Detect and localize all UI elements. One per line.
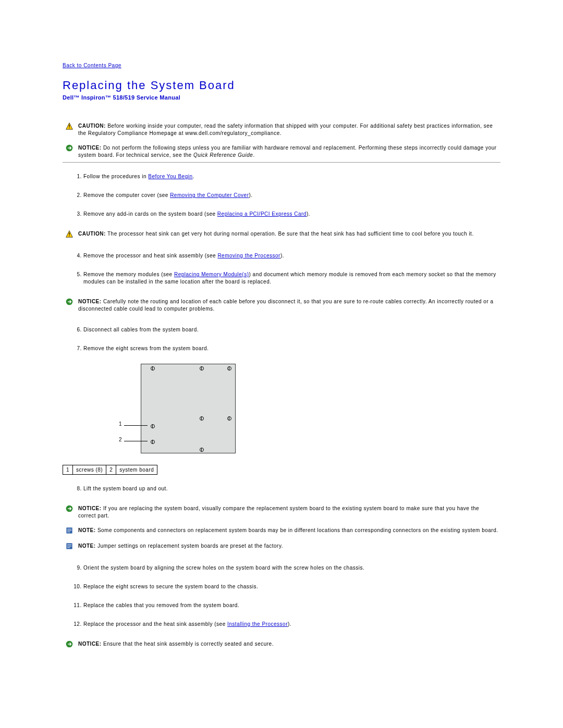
step-3: Remove any add-in cards on the system bo… (83, 211, 500, 218)
notice-icon (66, 640, 73, 648)
note-icon (66, 527, 73, 534)
note-icon (66, 542, 73, 550)
step-7: Remove the eight screws from the system … (83, 345, 500, 352)
notice-4: NOTICE: Ensure that the heat sink assemb… (76, 639, 500, 652)
notice-icon (66, 298, 73, 305)
manual-subtitle: Dell™ Inspiron™ 518/519 Service Manual (63, 94, 500, 101)
replacing-memory-link[interactable]: Replacing Memory Module(s) (174, 272, 249, 277)
step-12: Replace the processor and the heat sink … (83, 621, 500, 628)
caution-2: CAUTION: The processor heat sink can get… (76, 229, 500, 242)
step-1: Follow the procedures in Before You Begi… (83, 173, 500, 180)
notice-icon (66, 144, 73, 152)
note-1: NOTE: Some components and connectors on … (76, 526, 500, 538)
svg-rect-6 (69, 236, 69, 236)
step-10: Replace the eight screws to secure the s… (83, 583, 500, 590)
step-5: Remove the memory modules (see Replacing… (83, 271, 500, 286)
svg-rect-5 (69, 232, 69, 235)
notice-2: NOTICE: Carefully note the routing and l… (76, 297, 500, 316)
system-board-diagram: 1 2 (94, 364, 261, 458)
svg-rect-1 (69, 125, 69, 127)
replacing-pci-link[interactable]: Replacing a PCI/PCI Express Card (217, 211, 307, 217)
installing-processor-link[interactable]: Installing the Processor (227, 621, 288, 627)
caution-icon (66, 122, 73, 130)
step-8: Lift the system board up and out. (83, 485, 500, 492)
step-9: Orient the system board by aligning the … (83, 564, 500, 572)
back-to-contents-link[interactable]: Back to Contents Page (63, 63, 121, 68)
diagram-callout-1: 1 (119, 421, 122, 427)
step-2: Remove the computer cover (see Removing … (83, 192, 500, 199)
removing-processor-link[interactable]: Removing the Processor (217, 253, 280, 258)
caution-icon (66, 230, 73, 238)
step-4: Remove the processor and heat sink assem… (83, 252, 500, 260)
step-11: Replace the cables that you removed from… (83, 602, 500, 609)
diagram-callout-2: 2 (119, 437, 122, 442)
notice-icon (66, 505, 73, 512)
diagram-legend: 1 screws (8) 2 system board (63, 465, 157, 475)
notice-1: NOTICE: Do not perform the following ste… (76, 143, 500, 163)
step-6: Disconnect all cables from the system bo… (83, 326, 500, 334)
before-you-begin-link[interactable]: Before You Begin (148, 174, 192, 179)
caution-1: CAUTION: Before working inside your comp… (76, 121, 500, 140)
svg-rect-2 (69, 128, 69, 128)
note-2: NOTE: Jumper settings on replacement sys… (76, 541, 500, 554)
page-title: Replacing the System Board (63, 79, 500, 92)
removing-cover-link[interactable]: Removing the Computer Cover (170, 192, 249, 198)
notice-3: NOTICE: If you are replacing the system … (76, 504, 500, 523)
